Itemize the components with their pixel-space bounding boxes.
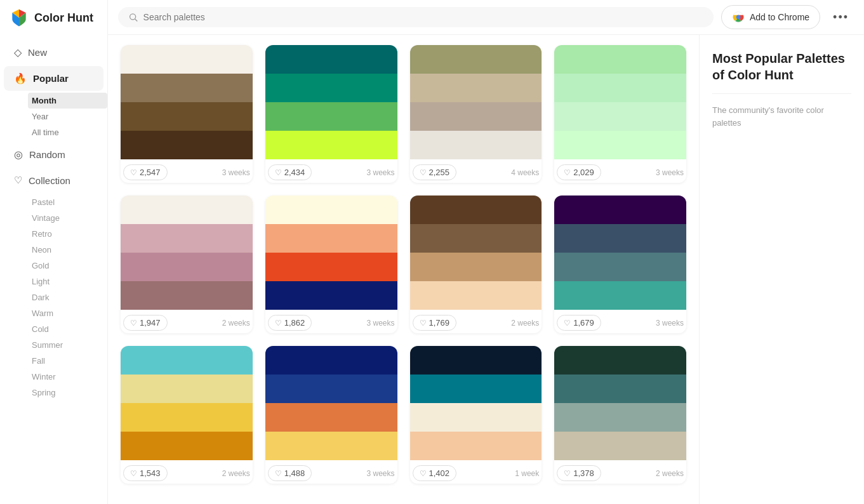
like-count: 1,488 bbox=[284, 468, 305, 478]
palette-swatch bbox=[121, 403, 253, 432]
chrome-icon bbox=[732, 11, 745, 23]
palette-swatch bbox=[265, 281, 397, 310]
palette-card[interactable]: ♡ 1,4021 week bbox=[410, 346, 542, 484]
sidebar-item-collection[interactable]: ♡ Collection bbox=[4, 168, 103, 192]
popular-sub-month[interactable]: Month bbox=[28, 93, 107, 109]
palette-card[interactable]: ♡ 2,5473 weeks bbox=[121, 45, 253, 183]
sidebar: Color Hunt ◇ New 🔥 Popular Month Year Al… bbox=[0, 0, 108, 504]
palette-swatch bbox=[121, 253, 253, 281]
palette-likes-button[interactable]: ♡ 2,547 bbox=[123, 164, 168, 180]
palette-card[interactable]: ♡ 1,8623 weeks bbox=[265, 196, 397, 333]
logo-text: Color Hunt bbox=[34, 11, 93, 25]
palette-colors bbox=[265, 196, 397, 310]
collection-gold[interactable]: Gold bbox=[28, 258, 107, 274]
palette-swatch bbox=[265, 196, 397, 224]
palette-likes-button[interactable]: ♡ 2,029 bbox=[557, 164, 601, 180]
right-panel-title: Most Popular Palettes of Color Hunt bbox=[712, 50, 851, 83]
palette-swatch bbox=[410, 131, 542, 159]
content-area: ♡ 2,5473 weeks♡ 2,4343 weeks♡ 2,2554 wee… bbox=[108, 35, 864, 504]
collection-summer[interactable]: Summer bbox=[28, 337, 107, 353]
palette-time: 2 weeks bbox=[222, 469, 250, 478]
palette-colors bbox=[265, 45, 397, 159]
palette-likes-button[interactable]: ♡ 1,378 bbox=[557, 465, 601, 481]
palette-swatch bbox=[410, 346, 542, 375]
palette-likes-button[interactable]: ♡ 1,402 bbox=[413, 465, 457, 481]
palette-swatch bbox=[265, 432, 397, 460]
palette-swatch bbox=[410, 281, 542, 310]
palette-swatch bbox=[410, 45, 542, 74]
palette-card[interactable]: ♡ 1,7692 weeks bbox=[410, 196, 542, 333]
palette-swatch bbox=[554, 253, 686, 281]
palette-card[interactable]: ♡ 1,6793 weeks bbox=[554, 196, 686, 333]
search-bar[interactable] bbox=[118, 7, 714, 27]
like-count: 2,255 bbox=[429, 168, 450, 177]
heart-icon: ♡ bbox=[564, 469, 571, 478]
palette-card[interactable]: ♡ 1,5432 weeks bbox=[121, 346, 253, 484]
palette-likes-button[interactable]: ♡ 1,947 bbox=[123, 315, 168, 331]
sidebar-item-new[interactable]: ◇ New bbox=[4, 40, 103, 65]
palette-likes-button[interactable]: ♡ 1,862 bbox=[268, 315, 312, 331]
collection-dark[interactable]: Dark bbox=[28, 289, 107, 305]
palette-likes-button[interactable]: ♡ 1,543 bbox=[123, 465, 168, 481]
search-icon bbox=[128, 12, 138, 22]
collection-warm[interactable]: Warm bbox=[28, 305, 107, 321]
more-options-button[interactable]: ••• bbox=[828, 8, 854, 27]
palette-card[interactable]: ♡ 2,2554 weeks bbox=[410, 45, 542, 183]
search-input[interactable] bbox=[143, 12, 703, 22]
palette-swatch bbox=[554, 375, 686, 403]
sidebar-item-random[interactable]: ◎ Random bbox=[4, 142, 103, 167]
palette-likes-button[interactable]: ♡ 1,769 bbox=[413, 315, 457, 331]
random-icon: ◎ bbox=[14, 149, 23, 161]
add-to-chrome-label: Add to Chrome bbox=[750, 12, 809, 22]
collection-submenu: Pastel Vintage Retro Neon Gold Light Dar… bbox=[0, 193, 107, 402]
collection-icon: ♡ bbox=[14, 175, 22, 186]
palette-swatch bbox=[554, 432, 686, 460]
collection-fall[interactable]: Fall bbox=[28, 353, 107, 369]
collection-neon[interactable]: Neon bbox=[28, 242, 107, 258]
palette-time: 3 weeks bbox=[366, 168, 394, 177]
palette-time: 3 weeks bbox=[656, 168, 684, 177]
like-count: 2,434 bbox=[284, 168, 305, 177]
palette-swatch bbox=[410, 253, 542, 281]
palette-likes-button[interactable]: ♡ 2,434 bbox=[268, 164, 312, 180]
like-count: 1,862 bbox=[284, 318, 305, 328]
right-divider bbox=[712, 93, 851, 94]
heart-icon: ♡ bbox=[420, 469, 427, 478]
palette-likes-button[interactable]: ♡ 1,679 bbox=[557, 315, 601, 331]
palette-likes-button[interactable]: ♡ 1,488 bbox=[268, 465, 312, 481]
palette-swatch bbox=[121, 131, 253, 159]
popular-sub-year[interactable]: Year bbox=[28, 109, 107, 124]
sidebar-collection-label: Collection bbox=[29, 175, 70, 186]
palette-card[interactable]: ♡ 1,3782 weeks bbox=[554, 346, 686, 484]
main: Add to Chrome ••• ♡ 2,5473 weeks♡ 2,4343… bbox=[108, 0, 864, 504]
palette-card[interactable]: ♡ 2,4343 weeks bbox=[265, 45, 397, 183]
collection-spring[interactable]: Spring bbox=[28, 385, 107, 401]
logo[interactable]: Color Hunt bbox=[0, 0, 107, 36]
palettes-grid: ♡ 2,5473 weeks♡ 2,4343 weeks♡ 2,2554 wee… bbox=[121, 45, 686, 484]
palette-swatch bbox=[121, 74, 253, 102]
heart-icon: ♡ bbox=[420, 168, 427, 177]
palette-swatch bbox=[265, 74, 397, 102]
palette-swatch bbox=[554, 403, 686, 432]
right-panel-subtitle: The community's favorite color palettes bbox=[712, 104, 851, 129]
palette-card[interactable]: ♡ 2,0293 weeks bbox=[554, 45, 686, 183]
collection-cold[interactable]: Cold bbox=[28, 321, 107, 337]
add-to-chrome-button[interactable]: Add to Chrome bbox=[721, 5, 820, 29]
palette-colors bbox=[554, 196, 686, 310]
collection-winter[interactable]: Winter bbox=[28, 369, 107, 385]
palette-card[interactable]: ♡ 1,9472 weeks bbox=[121, 196, 253, 333]
palette-swatch bbox=[121, 45, 253, 74]
collection-light[interactable]: Light bbox=[28, 274, 107, 289]
collection-pastel[interactable]: Pastel bbox=[28, 194, 107, 210]
like-count: 2,029 bbox=[573, 168, 594, 177]
palette-card[interactable]: ♡ 1,4883 weeks bbox=[265, 346, 397, 484]
palette-meta: ♡ 1,4021 week bbox=[410, 460, 542, 484]
popular-sub-alltime[interactable]: All time bbox=[28, 124, 107, 140]
svg-point-1 bbox=[130, 14, 136, 20]
palette-likes-button[interactable]: ♡ 2,255 bbox=[413, 164, 457, 180]
collection-vintage[interactable]: Vintage bbox=[28, 210, 107, 226]
sidebar-item-popular[interactable]: 🔥 Popular bbox=[4, 66, 103, 91]
palette-swatch bbox=[121, 432, 253, 460]
collection-retro[interactable]: Retro bbox=[28, 226, 107, 242]
palette-swatch bbox=[121, 375, 253, 403]
